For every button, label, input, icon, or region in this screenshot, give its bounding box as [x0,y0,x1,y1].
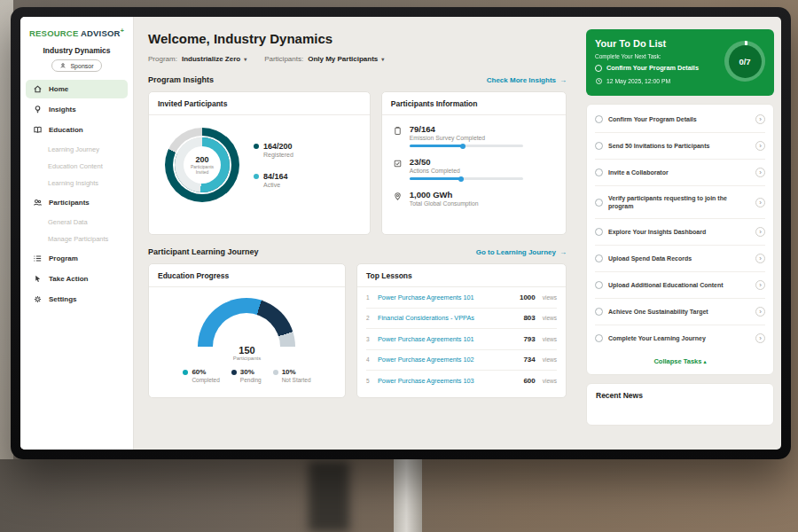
card-title: Invited Participants [149,92,370,115]
learning-cards-row: Education Progress 150 Participants [148,263,567,398]
lesson-link[interactable]: Power Purchase Agreements 103 [378,377,518,385]
checkbox-icon[interactable] [595,199,603,207]
progress-fill [410,177,462,180]
lesson-link[interactable]: Power Purchase Agreements 101 [378,335,518,343]
org-name: Industry Dynamics [20,46,133,55]
checkbox-icon[interactable] [595,228,603,236]
education-icon [33,125,43,135]
info-row: 79/164 Emission Survey Completed [393,124,555,147]
logo-plus: + [121,27,124,34]
background: RESOURCE ADVISOR+ Industry Dynamics Spon… [0,0,798,532]
sidebar-item-label: Settings [49,295,77,303]
info-row: 1,000 GWh Total Global Consumption [393,190,555,207]
legend-dot [254,144,259,149]
sponsor-badge[interactable]: Sponsor [51,59,101,72]
chevron-right-icon[interactable]: › [755,227,765,237]
lesson-row: 2 Financial Considerations - VPPAs 803 v… [366,309,557,330]
task-item[interactable]: Confirm Your Program Details › [595,106,765,133]
education-progress-card: Education Progress 150 Participants [148,263,346,398]
invited-donut-outer: 200 Participants Invited [165,128,239,202]
location-pin-icon [393,192,403,201]
insights-cards-row: Invited Participants 200 Participants In… [148,91,567,235]
task-item[interactable]: Invite a Collaborator › [595,160,765,186]
checkbox-icon[interactable] [595,142,603,150]
check-more-insights-link[interactable]: Check More Insights → [487,76,567,84]
sidebar-item-education-content[interactable]: Education Content [20,158,133,175]
education-gauge: 150 Participants [198,298,295,349]
collapse-tasks-link[interactable]: Collapse Tasks ▴ [595,351,765,372]
sidebar-item-education[interactable]: Education [26,121,128,139]
sidebar-item-home[interactable]: Home [26,80,128,98]
checkbox-icon[interactable] [595,65,602,72]
chevron-right-icon[interactable]: › [755,168,765,177]
recent-news-card: Recent News [586,383,774,426]
program-insights-header: Program Insights Check More Insights → [148,75,567,84]
sidebar-nav: Home Insights Education Learning Journey… [20,80,133,309]
progress-bar [410,145,523,147]
legend-dot [231,370,237,375]
chevron-right-icon[interactable]: › [755,198,765,207]
logo-text-secondary: ADVISOR [81,28,121,38]
chevron-right-icon[interactable]: › [755,307,765,317]
take-action-icon [33,274,43,284]
legend-item: 84/164 Active [254,172,293,188]
sidebar-item-settings[interactable]: Settings [26,290,128,309]
legend-item: 30% Pending [231,368,262,383]
sidebar-item-learning-journey[interactable]: Learning Journey [20,141,133,158]
checkbox-icon[interactable] [595,281,603,289]
invited-legend: 164/200 Registered 84/164 Active [254,142,293,188]
lesson-link[interactable]: Power Purchase Agreements 101 [378,293,514,301]
sidebar-item-insights[interactable]: Insights [26,100,128,119]
card-title: Education Progress [149,264,345,287]
task-item[interactable]: Upload Spend Data Records › [595,246,765,272]
checkbox-icon[interactable] [595,254,603,262]
chevron-right-icon[interactable]: › [755,280,765,290]
gauge-legend: 60% Completed 30% Pending [149,368,345,383]
gauge-center: 150 Participants [198,345,295,361]
section-title: Program Insights [148,75,214,84]
sidebar-item-manage-participants[interactable]: Manage Participants [20,231,133,247]
filters-row: Program: Industrialize Zero ▾ Participan… [148,55,567,63]
clipboard-icon [393,126,403,136]
monitor-stand [394,459,422,532]
checkbox-icon[interactable] [595,334,603,342]
task-item[interactable]: Verify participants requesting to join t… [595,186,765,219]
checkbox-icon[interactable] [595,168,603,176]
chevron-right-icon[interactable]: › [755,141,765,151]
sidebar-item-program[interactable]: Program [26,249,128,268]
legend-dot [183,370,188,375]
legend-dot [273,370,278,375]
recent-news-title: Recent News [596,391,764,400]
lesson-row: 5 Power Purchase Agreements 103 600 view… [366,371,557,392]
task-item[interactable]: Upload Additional Educational Content › [595,272,765,299]
program-filter-dropdown[interactable]: Industrialize Zero ▾ [182,55,246,63]
top-lessons-card: Top Lessons 1 Power Purchase Agreements … [356,263,567,398]
chevron-right-icon[interactable]: › [755,114,765,124]
checkbox-icon[interactable] [595,308,603,316]
progress-bar [410,177,523,180]
checkbox-icon[interactable] [595,115,603,123]
sidebar-item-take-action[interactable]: Take Action [26,270,128,288]
gear-icon [33,294,43,304]
task-item[interactable]: Achieve One Sustainability Target › [595,299,765,325]
chevron-right-icon[interactable]: › [755,333,765,343]
go-to-learning-journey-link[interactable]: Go to Learning Journey → [476,248,567,256]
sidebar-item-label: Insights [49,106,76,113]
background-shadow [309,461,349,532]
chevron-right-icon[interactable]: › [755,254,765,263]
lesson-link[interactable]: Financial Considerations - VPPAs [378,314,518,322]
sidebar-item-participants[interactable]: Participants [26,193,128,212]
lesson-link[interactable]: Power Purchase Agreements 102 [378,356,518,364]
sidebar-item-learning-insights[interactable]: Learning Insights [20,175,133,192]
program-filter: Program: Industrialize Zero ▾ [148,55,246,63]
sidebar-item-label: Participants [49,199,90,207]
arrow-right-icon: → [559,248,567,256]
task-item[interactable]: Complete Your Learning Journey › [595,325,765,351]
task-item[interactable]: Explore Your Insights Dashboard › [595,219,765,246]
sidebar-item-general-data[interactable]: General Data [20,214,133,231]
task-item[interactable]: Send 50 Invitations to Participants › [595,133,765,160]
legend-item: 164/200 Registered [254,142,293,158]
todo-next-task[interactable]: Confirm Your Program Details [595,64,721,72]
participants-filter-dropdown[interactable]: Only My Participants ▾ [308,55,384,63]
sponsor-label: Sponsor [70,63,93,69]
